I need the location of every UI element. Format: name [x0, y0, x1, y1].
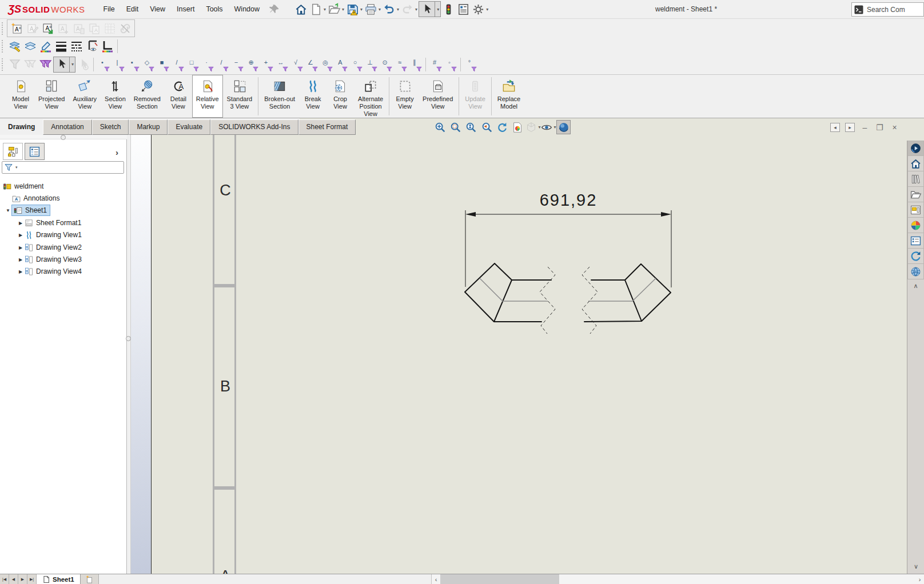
open-button[interactable]: ▾ [327, 1, 345, 17]
panel-resize-splitter[interactable] [127, 135, 131, 574]
crop-view-button[interactable]: Crop View [326, 75, 354, 118]
custom-properties-tab[interactable] [907, 233, 924, 249]
filter-balloons-button[interactable]: ○ [349, 57, 364, 73]
view-settings-button[interactable] [556, 120, 571, 134]
tab-feature-manager-tree[interactable] [3, 143, 23, 160]
graphics-area[interactable]: CBA 691,92 [131, 118, 924, 574]
filter-weld-symbols-button[interactable]: ∠ [304, 57, 319, 73]
export-note-button[interactable]: A° [40, 21, 55, 36]
undo-button[interactable]: ▾ [382, 1, 400, 17]
last-sheet-button[interactable]: ▶| [27, 574, 37, 584]
projected-view-button[interactable]: Projected View [34, 75, 69, 118]
filter-connection-points-button[interactable]: ◦ [443, 57, 458, 73]
note-properties-button[interactable]: A [71, 21, 86, 36]
filter-axes-button[interactable]: / [170, 57, 185, 73]
replace-model-button[interactable]: Replace Model [493, 75, 524, 118]
magnified-selection-button[interactable] [75, 57, 91, 72]
removed-section-button[interactable]: Removed Section [130, 75, 165, 118]
line-color-button[interactable] [38, 38, 53, 54]
dropdown-caret-icon[interactable]: ▾ [397, 7, 399, 12]
filter-geometric-tolerances-button[interactable]: ◎ [319, 57, 334, 73]
scroll-down-arrow[interactable]: ∨ [914, 563, 918, 570]
tree-item-weldment[interactable]: weldment [2, 181, 43, 192]
tree-expander-icon[interactable]: ▶ [17, 257, 24, 262]
filter-datum-targets-button[interactable]: ⊙ [379, 57, 393, 73]
toolbar-grip[interactable] [2, 58, 5, 71]
tree-item-sheet-format1[interactable]: ▶Sheet Format1 [17, 217, 81, 229]
layers-button[interactable] [22, 38, 38, 54]
display-style-button[interactable]: ▾ [525, 120, 540, 134]
minimize-window-button[interactable]: – [860, 123, 870, 132]
broken-view-left-piece[interactable] [465, 263, 551, 322]
close-window-button[interactable]: × [890, 123, 899, 132]
pin-menu-icon[interactable] [269, 3, 280, 15]
relative-view-button[interactable]: Relative View [192, 75, 223, 118]
dropdown-caret-icon[interactable]: ▾ [69, 57, 74, 72]
dropdown-caret-icon[interactable]: ▾ [324, 7, 326, 12]
file-explorer-tab[interactable] [907, 187, 924, 202]
design-library-tab[interactable] [907, 171, 924, 187]
hide-show-items-button[interactable]: ▾ [541, 120, 555, 134]
tree-item-drawing-view4[interactable]: ▶Drawing View4 [17, 266, 82, 277]
splitter-knob[interactable] [126, 336, 131, 341]
menu-tools[interactable]: Tools [200, 0, 228, 18]
tab-property-manager[interactable] [25, 143, 45, 160]
filter-faces-button[interactable]: ▪ [126, 57, 141, 73]
section-view-button[interactable]: Section View [101, 75, 130, 118]
zoom-in-out-button[interactable] [464, 120, 478, 134]
filter-planes-button[interactable]: □ [185, 57, 200, 73]
redo-button[interactable]: ▾ [400, 1, 418, 17]
tab-annotation[interactable]: Annotation [43, 119, 91, 135]
splitter-knob[interactable] [61, 135, 66, 140]
dropdown-caret-icon[interactable]: ▾ [342, 7, 344, 12]
appearances-tab[interactable] [907, 218, 924, 233]
dimension-text[interactable]: 691,92 [540, 191, 598, 209]
layer-properties-button[interactable] [7, 38, 22, 54]
tree-item-drawing-view2[interactable]: ▶Drawing View2 [17, 242, 82, 253]
file-properties-button[interactable] [456, 1, 471, 17]
pane-scroll-left-button[interactable]: ◂ [830, 123, 840, 132]
new-note-button[interactable]: A° [9, 21, 25, 36]
toolbar-grip[interactable] [2, 22, 5, 35]
select-cursor-button[interactable]: ▾ [419, 1, 441, 17]
dropdown-caret-icon[interactable]: ▾ [486, 7, 488, 12]
first-sheet-button[interactable]: |◀ [0, 574, 9, 584]
home-button[interactable] [294, 1, 308, 17]
filter-solid-bodies-button[interactable]: ■ [156, 57, 170, 73]
model-view-button[interactable]: Model View [7, 75, 34, 118]
collapse-chevron-icon[interactable]: ∧ [907, 282, 924, 290]
edit-note-button[interactable]: A [25, 21, 40, 36]
update-view-button[interactable]: Update View [461, 75, 489, 118]
tab-evaluate[interactable]: Evaluate [168, 119, 210, 135]
filter-surface-bodies-button[interactable]: ◇ [141, 57, 156, 73]
filter-centerline-button[interactable]: + [260, 57, 274, 73]
filter-cosmetic-threads-button[interactable]: ∥ [408, 57, 423, 73]
tab-sheet-format[interactable]: Sheet Format [298, 119, 356, 135]
pane-scroll-right-button[interactable]: ▸ [845, 123, 855, 132]
zoom-to-area-button[interactable] [448, 120, 463, 134]
dropdown-caret-icon[interactable]: ▾ [554, 125, 556, 130]
panel-splitter[interactable] [0, 135, 127, 139]
broken-out-section-button[interactable]: Broken-out Section [260, 75, 299, 118]
home-tab[interactable] [907, 156, 924, 171]
filter-vertices-button[interactable]: • [96, 57, 111, 73]
restore-window-button[interactable]: ❐ [875, 123, 885, 132]
tree-item-drawing-view1[interactable]: ▶Drawing View1 [17, 229, 82, 241]
next-sheet-button[interactable]: ▶ [18, 574, 27, 584]
sheet-tab-active[interactable]: Sheet1 [37, 574, 81, 584]
auxiliary-view-button[interactable]: Auxiliary View [69, 75, 101, 118]
line-style-button[interactable] [69, 38, 84, 54]
print-button[interactable]: ▾ [364, 1, 381, 17]
rebuild-button[interactable] [441, 1, 456, 17]
dropdown-caret-icon[interactable]: ▾ [415, 7, 417, 12]
tree-expander-icon[interactable]: ▶ [17, 269, 24, 274]
tree-expander-icon[interactable]: ▶ [17, 233, 24, 238]
previous-sheet-button[interactable]: ◀ [9, 574, 18, 584]
unlink-note-button[interactable] [117, 21, 133, 36]
line-thickness-button[interactable] [53, 38, 69, 54]
tab-solidworks-add-ins[interactable]: SOLIDWORKS Add-Ins [210, 119, 298, 135]
tab-sketch[interactable]: Sketch [92, 119, 129, 135]
dropdown-caret-icon[interactable]: ▾ [379, 7, 381, 12]
view-palette-tab[interactable] [907, 202, 924, 218]
add-sheet-button[interactable] [81, 574, 99, 584]
